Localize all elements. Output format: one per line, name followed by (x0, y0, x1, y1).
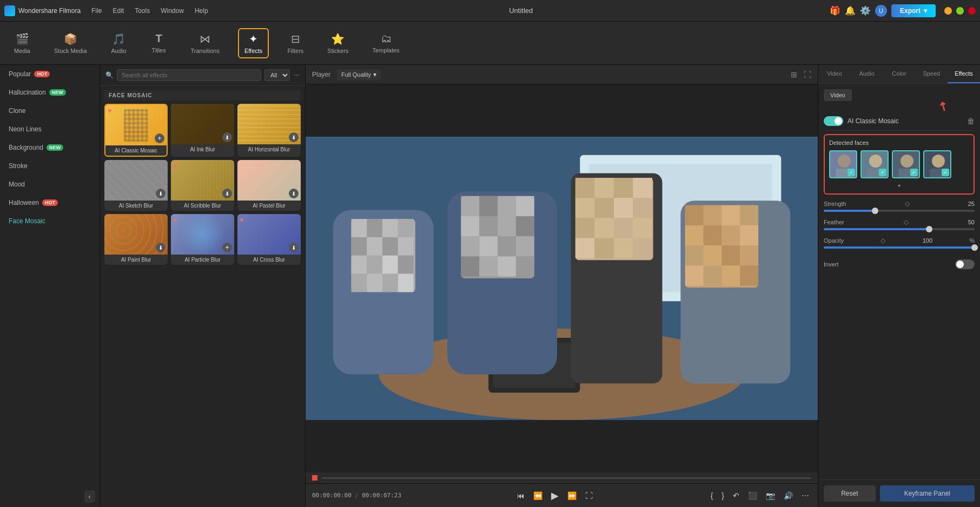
menu-file[interactable]: File (87, 6, 106, 16)
sidebar-item-background[interactable]: Background NEW (0, 138, 100, 157)
tab-video[interactable]: Video (818, 65, 851, 83)
effect-ai-horizontal-blur[interactable]: ⬇ AI Horizontal Blur (237, 104, 301, 157)
insert-button[interactable]: ↶ (731, 489, 741, 502)
opacity-slider[interactable] (824, 246, 975, 249)
add-btn-particle[interactable]: + (222, 243, 232, 252)
settings-icon[interactable]: ⚙️ (860, 5, 871, 16)
keyframe-panel-button[interactable]: Keyframe Panel (880, 485, 975, 502)
go-start-button[interactable]: ⏮ (515, 489, 527, 502)
export-button[interactable]: Export ▾ (891, 4, 936, 17)
face-thumb-4[interactable]: ✓ (923, 150, 951, 178)
quality-selector[interactable]: Full Quality ▾ (337, 69, 381, 80)
opacity-thumb[interactable] (971, 244, 978, 251)
collapse-sidebar-button[interactable]: ‹ (84, 490, 95, 503)
opacity-keyframe-icon[interactable]: ◇ (880, 237, 885, 244)
menu-tools[interactable]: Tools (130, 6, 154, 16)
strength-thumb[interactable] (872, 208, 878, 214)
quality-label: Full Quality (341, 71, 371, 78)
face-thumb-1[interactable]: ✓ (829, 150, 857, 178)
mark-in-button[interactable]: { (708, 489, 716, 502)
tab-audio[interactable]: Audio (851, 65, 883, 83)
sidebar-item-popular[interactable]: Popular HOT (0, 65, 100, 83)
more-options-icon[interactable]: ⋯ (293, 71, 300, 79)
sidebar-item-neon-lines[interactable]: Neon Lines (0, 120, 100, 138)
minimize-button[interactable] (944, 7, 952, 15)
video-subtab-button[interactable]: Video (824, 89, 852, 101)
effect-ai-particle-blur[interactable]: ♥ + AI Particle Blur (171, 214, 234, 265)
menu-help[interactable]: Help (190, 6, 213, 16)
tab-color[interactable]: Color (883, 65, 916, 83)
sidebar-item-mood[interactable]: Mood (0, 175, 100, 194)
tab-effects[interactable]: Effects (948, 65, 980, 83)
toolbar-filters[interactable]: ⊟ Filters (282, 29, 309, 57)
download-btn-pastel[interactable]: ⬇ (289, 189, 299, 198)
feather-keyframe-icon[interactable]: ◇ (904, 218, 909, 226)
effect-ai-classic-mosaic[interactable]: ♥ + AI Classic Mosaic (104, 104, 168, 157)
player-scrubber[interactable] (306, 472, 818, 483)
download-btn-scribble[interactable]: ⬇ (222, 189, 232, 198)
toolbar-titles[interactable]: T Titles (145, 29, 173, 57)
snapshot-button[interactable]: 📷 (764, 489, 777, 502)
effect-ai-paint-blur[interactable]: ⬇ AI Paint Blur (104, 214, 168, 265)
toolbar-stock-media[interactable]: 📦 Stock Media (49, 29, 92, 57)
effect-ai-ink-blur[interactable]: ⬇ AI Ink Blur (171, 104, 234, 157)
svg-rect-71 (704, 245, 722, 265)
face-thumb-2[interactable]: ✓ (860, 150, 889, 178)
sidebar-item-clone[interactable]: Clone (0, 102, 100, 120)
toolbar-audio[interactable]: 🎵 Audio (105, 29, 133, 57)
effect-ai-sketch-blur[interactable]: ⬇ AI Sketch Blur (104, 160, 168, 211)
play-button[interactable]: ▶ (549, 488, 561, 504)
add-effect-btn-classic[interactable]: + (155, 134, 164, 143)
invert-toggle[interactable] (955, 259, 975, 269)
effect-ai-cross-blur[interactable]: ♥ ⬇ AI Cross Blur (237, 214, 301, 265)
menu-edit[interactable]: Edit (109, 6, 129, 16)
svg-rect-67 (704, 225, 722, 245)
toolbar-effects[interactable]: ✦ Effects (238, 28, 269, 58)
svg-rect-38 (461, 256, 479, 276)
face-thumb-3[interactable]: ✓ (892, 150, 920, 178)
tab-speed[interactable]: Speed (915, 65, 948, 83)
effects-filter-select[interactable]: All (264, 69, 290, 81)
user-avatar[interactable]: U (875, 5, 887, 17)
reset-button[interactable]: Reset (824, 485, 876, 502)
sidebar-item-face-mosaic[interactable]: Face Mosaic (0, 212, 100, 230)
effect-ai-pastel-blur[interactable]: ⬇ AI Pastel Blur (237, 160, 301, 211)
scrubber-bar[interactable] (322, 477, 811, 479)
sidebar-item-hallucination[interactable]: Hallucination NEW (0, 83, 100, 102)
notification-icon[interactable]: 🔔 (845, 5, 856, 16)
preview-render-button[interactable]: ⬛ (746, 489, 759, 502)
download-btn-ink[interactable]: ⬇ (222, 132, 232, 142)
step-back-button[interactable]: ⏪ (531, 489, 545, 502)
feather-slider[interactable] (824, 228, 975, 230)
effect-ai-scribble-blur[interactable]: ♥ ⬇ AI Scribble Blur (171, 160, 234, 211)
toolbar-transitions[interactable]: ⋈ Transitions (186, 29, 225, 57)
more-options-button[interactable]: ⋯ (799, 489, 811, 502)
volume-button[interactable]: 🔊 (782, 489, 795, 502)
strength-slider[interactable] (824, 210, 975, 212)
toolbar-stickers[interactable]: ⭐ Stickers (322, 29, 354, 57)
sidebar-item-stroke[interactable]: Stroke (0, 157, 100, 175)
menu-window[interactable]: Window (156, 6, 188, 16)
fit-screen-icon[interactable]: ⛶ (804, 70, 811, 79)
feather-thumb[interactable] (926, 226, 932, 232)
svg-rect-37 (516, 236, 534, 256)
maximize-button[interactable] (956, 7, 964, 15)
delete-effect-button[interactable]: 🗑 (967, 117, 975, 125)
svg-rect-66 (685, 225, 704, 245)
download-btn-cross[interactable]: ⬇ (289, 243, 299, 252)
close-button[interactable] (968, 7, 976, 15)
download-btn-sketch[interactable]: ⬇ (156, 189, 165, 198)
grid-view-icon[interactable]: ⊞ (791, 70, 797, 79)
gift-icon[interactable]: 🎁 (830, 5, 840, 16)
download-btn-paint[interactable]: ⬇ (156, 243, 165, 252)
fullscreen-button[interactable]: ⛶ (583, 489, 595, 502)
effects-search-input[interactable] (117, 69, 261, 81)
download-btn-horizontal[interactable]: ⬇ (289, 132, 299, 142)
toolbar-media[interactable]: 🎬 Media (9, 29, 36, 57)
mark-out-button[interactable]: } (719, 489, 726, 502)
effect-enable-toggle[interactable] (824, 116, 843, 126)
sidebar-item-halloween[interactable]: Halloween HOT (0, 194, 100, 212)
step-forward-button[interactable]: ⏩ (565, 489, 579, 502)
toolbar-templates[interactable]: 🗂 Templates (367, 29, 405, 57)
strength-keyframe-icon[interactable]: ◇ (905, 200, 910, 208)
